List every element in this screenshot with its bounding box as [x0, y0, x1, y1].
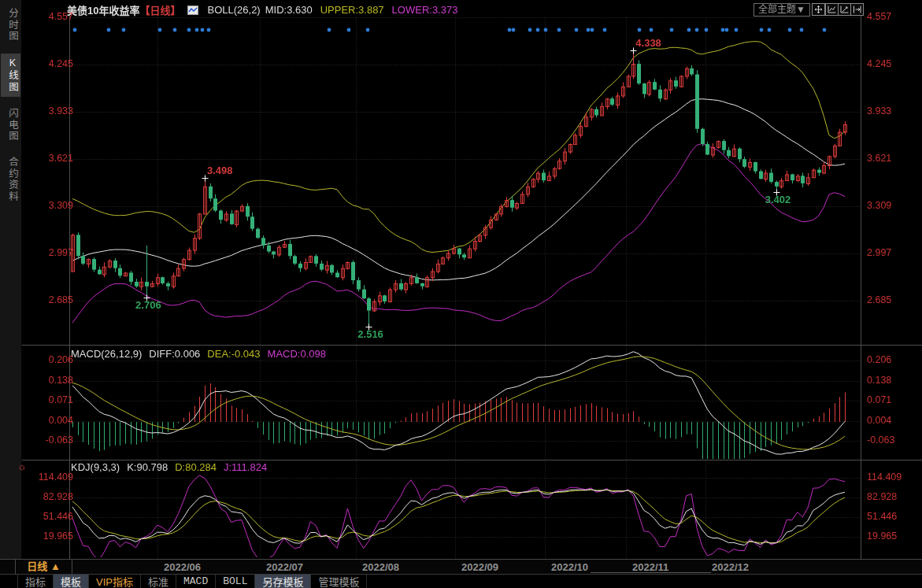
main-y-axis-label-left: 3.933 — [26, 105, 73, 116]
main-y-axis-label-left: 3.621 — [26, 153, 73, 164]
theme-dropdown-button[interactable]: 全部主题▼ — [754, 3, 810, 17]
main-y-axis-label-left: 4.557 — [26, 11, 73, 22]
kdj-y-axis-label-right: 114.409 — [867, 472, 902, 483]
x-axis-date-label: 2022/10 — [551, 561, 588, 573]
footer-tab-3[interactable]: VIP指标 — [89, 575, 141, 588]
macd-y-axis-label-left: 0.071 — [26, 394, 73, 405]
price-annotation-4.338: 4.338 — [635, 37, 661, 49]
chart-canvas — [0, 0, 922, 588]
indicator-tab-bar: 指标模板VIP指标标准MACDBOLL另存模板管理模板 — [0, 574, 922, 588]
time-axis-row: 日线 ▲ 2022/062022/072022/082022/092022/10… — [0, 559, 922, 574]
main-y-axis-label-left: 4.245 — [26, 58, 73, 69]
period-arrow-icon: ▲ — [50, 560, 61, 572]
main-y-axis-label-right: 4.245 — [867, 58, 891, 69]
macd-y-axis-label-right: 0.071 — [867, 394, 891, 405]
macd-y-axis-label-left: -0.063 — [26, 435, 73, 446]
main-y-axis-label-left: 3.309 — [26, 200, 73, 211]
x-axis-date-label: 2022/12 — [712, 561, 749, 573]
x-axis-date-label: 2022/06 — [164, 561, 201, 573]
kdj-y-axis-label-left: 114.409 — [26, 472, 73, 483]
footer-tab-5[interactable]: MACD — [176, 575, 216, 588]
macd-y-axis-label-left: 0.138 — [26, 375, 73, 386]
sidebar-tab-2[interactable]: K线图 — [1, 54, 20, 97]
footer-tab-7[interactable]: 另存模板 — [255, 575, 311, 588]
main-y-axis-label-left: 2.685 — [26, 294, 73, 305]
chart-header: 美债10年收益率 【日线】 BOLL(26,2) MID:3.630 UPPER… — [67, 2, 457, 17]
macd-params-label: MACD(26,12,9) — [71, 348, 142, 360]
footer-tab-1[interactable]: 指标 — [17, 575, 54, 588]
footer-tab-6[interactable]: BOLL — [216, 575, 255, 588]
macd-y-axis-label-right: 0.004 — [867, 415, 891, 426]
kdj-d-value: D:80.284 — [175, 461, 217, 473]
macd-y-axis-label-right: 0.138 — [867, 375, 891, 386]
footer-tab-4[interactable]: 标准 — [141, 575, 176, 588]
pan-tool-icon[interactable] — [812, 3, 825, 16]
macd-diff-value: DIFF:0.006 — [149, 348, 200, 360]
x-axis-date-label: 2022/07 — [266, 561, 303, 573]
price-annotation-2.516: 2.516 — [357, 328, 383, 340]
instrument-title: 美债10年收益率 — [67, 2, 139, 17]
footer-tab-8[interactable]: 管理模板 — [311, 575, 367, 588]
sidebar-tab-1[interactable]: 分时图 — [1, 4, 20, 46]
kdj-j-value: J:111.824 — [224, 461, 267, 473]
shift-data-right-icon[interactable] — [850, 3, 864, 16]
boll-mini-chart-icon — [187, 6, 198, 15]
period-label: 日线 — [27, 560, 47, 572]
x-axis-date-label: 2022/09 — [461, 561, 498, 573]
kdj-y-axis-label-left: 82.928 — [26, 491, 73, 502]
main-y-axis-label-right: 3.933 — [867, 105, 891, 116]
macd-y-axis-label-right: -0.063 — [867, 435, 894, 446]
kdj-y-axis-label-right: 19.965 — [867, 531, 897, 542]
main-y-axis-label-right: 2.685 — [867, 294, 891, 305]
kdj-panel-header: KDJ(9,3,3) K:90.798 D:80.284 J:111.824 — [71, 461, 267, 473]
period-tag: 【日线】 — [139, 2, 180, 17]
kdj-k-value: K:90.798 — [127, 461, 168, 473]
macd-macd-value: MACD:0.098 — [268, 348, 326, 360]
sidebar-tab-4[interactable]: 合约资料 — [1, 153, 20, 206]
boll-upper-value: UPPER:3.887 — [320, 4, 384, 16]
macd-panel-header: MACD(26,12,9) DIFF:0.006 DEA:-0.043 MACD… — [71, 348, 326, 360]
y-axis-scale-icon[interactable] — [838, 3, 851, 16]
main-y-axis-label-left: 2.997 — [26, 247, 73, 258]
boll-mid-value: MID:3.630 — [265, 4, 313, 16]
x-axis-date-label: 2022/08 — [362, 561, 399, 573]
main-y-axis-label-right: 3.309 — [867, 200, 891, 211]
kdj-y-axis-label-left: 19.965 — [26, 531, 73, 542]
footer-tab-2[interactable]: 模板 — [54, 575, 89, 588]
price-annotation-2.706: 2.706 — [135, 299, 161, 311]
main-y-axis-label-right: 3.621 — [867, 153, 891, 164]
kdj-params-label: KDJ(9,3,3) — [71, 461, 120, 473]
kdj-y-axis-label-left: 51.446 — [26, 511, 73, 522]
main-y-axis-label-right: 2.997 — [867, 247, 891, 258]
boll-lower-value: LOWER:3.373 — [392, 4, 458, 16]
view-sidebar: 分时图K线图闪电图合约资料 — [0, 0, 21, 559]
macd-y-axis-label-left: 0.206 — [26, 354, 73, 365]
kdj-y-axis-label-right: 51.446 — [867, 511, 897, 522]
x-axis-scale-icon[interactable] — [825, 3, 839, 16]
macd-y-axis-label-left: 0.004 — [26, 415, 73, 426]
main-y-axis-label-right: 4.557 — [867, 11, 891, 22]
macd-y-axis-label-right: 0.206 — [867, 354, 891, 365]
price-annotation-3.498: 3.498 — [207, 165, 233, 176]
macd-dea-value: DEA:-0.043 — [207, 348, 260, 360]
boll-params-label: BOLL(26,2) — [207, 4, 260, 16]
period-selector[interactable]: 日线 ▲ — [15, 560, 72, 574]
kdj-y-axis-label-right: 82.928 — [867, 491, 897, 502]
price-annotation-3.402: 3.402 — [765, 194, 791, 205]
indicator-settings-icon[interactable]: ☼ — [17, 460, 27, 472]
x-axis-date-label: 2022/11 — [632, 561, 668, 573]
sidebar-tab-3[interactable]: 闪电图 — [1, 104, 20, 146]
kline-app-window: 分时图K线图闪电图合约资料 美债10年收益率 【日线】 BOLL(26,2) M… — [0, 0, 922, 588]
